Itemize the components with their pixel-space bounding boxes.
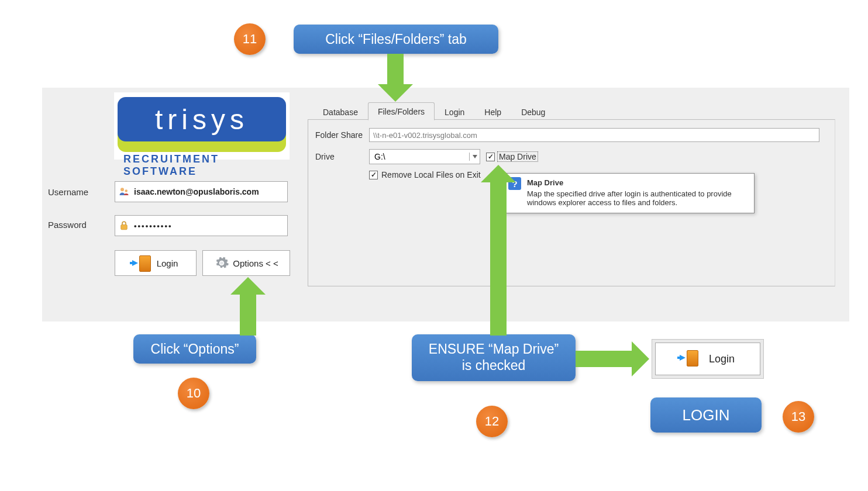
tab-debug[interactable]: Debug xyxy=(511,103,555,120)
password-label: Password xyxy=(48,220,87,230)
login-button-secondary[interactable]: Login xyxy=(655,343,760,375)
username-label: Username xyxy=(48,187,88,197)
svg-point-1 xyxy=(125,189,128,192)
lock-icon xyxy=(119,220,129,231)
map-drive-tooltip: ? Map Drive Map the specified drive afte… xyxy=(503,173,755,213)
login-button-secondary-label: Login xyxy=(709,353,735,365)
tab-login[interactable]: Login xyxy=(435,103,474,120)
map-drive-checkbox[interactable] xyxy=(486,153,495,161)
tab-help[interactable]: Help xyxy=(474,103,511,120)
tooltip-body: Map the specified drive after login is a… xyxy=(527,189,748,207)
logo-brand: trisys xyxy=(155,103,249,136)
folder-share-input[interactable] xyxy=(369,128,819,142)
callout-map-drive: ENSURE “Map Drive” is checked xyxy=(412,334,576,381)
door-login-icon xyxy=(133,254,151,272)
options-tabs: Database Files/Folders Login Help Debug xyxy=(313,102,555,120)
map-drive-label: Map Drive xyxy=(497,151,538,162)
tab-files-folders[interactable]: Files/Folders xyxy=(368,102,435,120)
callout-options: Click “Options” xyxy=(133,334,256,364)
drive-select[interactable]: G:\ xyxy=(369,149,480,164)
svg-rect-2 xyxy=(121,225,128,230)
remove-local-checkbox[interactable] xyxy=(369,171,378,179)
folder-share-label: Folder Share xyxy=(315,130,369,140)
login-button-label: Login xyxy=(157,258,178,268)
password-value: •••••••••• xyxy=(134,222,284,230)
step-badge-11: 11 xyxy=(234,23,266,55)
user-icon xyxy=(119,186,129,197)
options-button-label: Options < < xyxy=(233,258,278,268)
tab-database[interactable]: Database xyxy=(313,103,368,120)
callout-login: LOGIN xyxy=(650,397,762,433)
username-value: isaac.newton@opuslaboris.com xyxy=(134,187,284,196)
door-login-icon xyxy=(681,349,701,369)
chevron-down-icon xyxy=(469,153,477,161)
remove-local-label: Remove Local Files on Exit xyxy=(380,170,482,179)
step-badge-12: 12 xyxy=(476,406,508,437)
gear-icon xyxy=(214,255,229,271)
login-button[interactable]: Login xyxy=(115,250,197,276)
arrow-up-icon xyxy=(481,165,516,334)
step-badge-10: 10 xyxy=(178,378,209,409)
logo-tagline: RECRUITMENT SOFTWARE xyxy=(123,153,290,178)
svg-point-0 xyxy=(120,188,124,191)
drive-label: Drive xyxy=(315,152,369,161)
logo: trisys RECRUITMENT SOFTWARE xyxy=(114,92,290,160)
tooltip-title: Map Drive xyxy=(527,178,748,187)
password-input[interactable]: •••••••••• xyxy=(115,215,288,236)
svg-point-3 xyxy=(220,261,223,265)
arrow-down-icon xyxy=(378,54,413,103)
step-badge-13: 13 xyxy=(783,401,814,433)
options-button[interactable]: Options < < xyxy=(202,250,290,276)
arrow-right-icon xyxy=(576,341,652,376)
username-input[interactable]: isaac.newton@opuslaboris.com xyxy=(115,181,288,202)
callout-files-folders: Click “Files/Folders” tab xyxy=(294,25,498,54)
drive-value: G:\ xyxy=(374,152,385,161)
arrow-up-icon xyxy=(230,277,266,336)
